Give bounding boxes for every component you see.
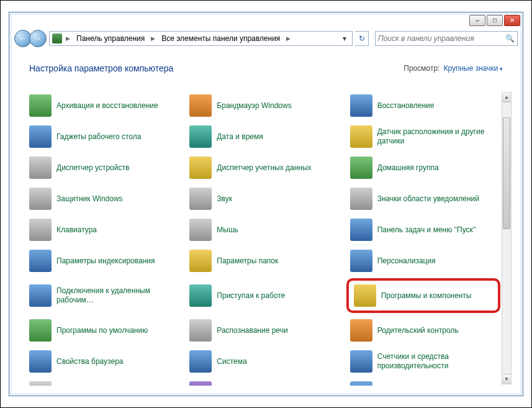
- perf-icon: [350, 350, 372, 373]
- item-label: Брандмауэр Windows: [217, 101, 291, 111]
- control-panel-item-clock[interactable]: Дата и время: [186, 123, 340, 150]
- forward-icon: →: [34, 34, 42, 43]
- chevron-right-icon[interactable]: ▶: [65, 35, 71, 42]
- recovery-icon: [350, 94, 372, 117]
- search-box[interactable]: 🔍: [375, 31, 518, 46]
- item-label: Мышь: [217, 225, 238, 235]
- control-panel-item-homegroup[interactable]: Домашняя группа: [346, 154, 500, 181]
- window: – □ ✕ ← → ▶ Панель управления ▶ Все элем…: [0, 0, 532, 408]
- control-panel-item-getting-started[interactable]: Приступая к работе: [186, 278, 340, 313]
- refresh-button[interactable]: ↻: [355, 31, 369, 46]
- system-icon: [189, 350, 212, 373]
- control-panel-item-remote[interactable]: Подключения к удаленным рабочим…: [25, 278, 179, 313]
- scroll-down-button[interactable]: ▼: [502, 374, 511, 384]
- scroll-up-button[interactable]: ▲: [502, 93, 511, 102]
- item-label: Параметры индексирования: [56, 256, 155, 266]
- item-label: Программы по умолчанию: [56, 326, 148, 335]
- item-label: Значки области уведомлений: [377, 194, 479, 204]
- backup-icon: [29, 94, 52, 117]
- control-panel-item-defaults[interactable]: Программы по умолчанию: [25, 317, 179, 344]
- items-viewport: Архивация и восстановлениеБрандмауэр Win…: [25, 92, 500, 386]
- control-panel-item-phone[interactable]: Телефон и модем: [25, 379, 179, 386]
- firewall-icon: [189, 94, 212, 117]
- search-icon[interactable]: 🔍: [505, 34, 515, 43]
- mouse-icon: [189, 219, 212, 241]
- defender-icon: [29, 188, 52, 210]
- troubleshoot-icon: [350, 381, 372, 386]
- control-panel-item-cred[interactable]: Диспетчер учетных данных: [186, 154, 340, 181]
- maximize-button[interactable]: □: [487, 15, 503, 26]
- parental-icon: [350, 319, 372, 342]
- control-panel-item-troubleshoot[interactable]: Устранение неполадок: [346, 379, 500, 386]
- control-panel-item-recovery[interactable]: Восстановление: [346, 92, 500, 119]
- item-label: Восстановление: [377, 101, 435, 111]
- control-panel-item-parental[interactable]: Родительский контроль: [346, 317, 500, 344]
- item-label: Архивация и восстановление: [56, 101, 158, 111]
- control-panel-item-devmgr[interactable]: Диспетчер устройств: [25, 154, 179, 181]
- programs-icon: [354, 284, 376, 307]
- cred-icon: [189, 156, 212, 179]
- devmgr-icon: [29, 156, 52, 179]
- highlighted-item: Программы и компоненты: [346, 278, 500, 313]
- back-icon: ←: [19, 34, 27, 43]
- speech-icon: [189, 319, 212, 342]
- control-panel-item-sound[interactable]: Звук: [186, 185, 340, 212]
- control-panel-item-firewall[interactable]: Брандмауэр Windows: [186, 92, 340, 119]
- refresh-icon: ↻: [359, 34, 365, 43]
- item-label: Гаджеты рабочего стола: [56, 132, 141, 142]
- minimize-button[interactable]: –: [469, 15, 485, 26]
- keyboard-icon: [29, 219, 52, 241]
- item-label: Датчик расположения и другие датчики: [377, 127, 497, 146]
- toolbar: ← → ▶ Панель управления ▶ Все элементы п…: [14, 29, 518, 48]
- address-bar[interactable]: ▶ Панель управления ▶ Все элементы панел…: [49, 31, 353, 46]
- chevron-right-icon[interactable]: ▶: [150, 35, 156, 42]
- item-label: Программы и компоненты: [381, 291, 472, 301]
- index-icon: [29, 250, 52, 272]
- close-button[interactable]: ✕: [504, 15, 520, 26]
- control-panel-item-personalize[interactable]: Персонализация: [346, 247, 500, 274]
- item-label: Панель задач и меню ''Пуск'': [377, 225, 476, 235]
- control-panel-item-tray[interactable]: Значки области уведомлений: [346, 185, 500, 212]
- item-label: Диспетчер устройств: [56, 163, 129, 173]
- control-panel-item-keyboard[interactable]: Клавиатура: [25, 216, 179, 243]
- item-label: Подключения к удаленным рабочим…: [56, 286, 176, 305]
- item-label: Система: [217, 357, 246, 366]
- window-frame: – □ ✕ ← → ▶ Панель управления ▶ Все элем…: [9, 12, 523, 396]
- search-input[interactable]: [378, 34, 505, 43]
- chevron-right-icon[interactable]: ▶: [285, 35, 292, 42]
- control-panel-item-gadgets[interactable]: Гаджеты рабочего стола: [25, 123, 179, 150]
- breadcrumb-current[interactable]: Все элементы панели управления: [159, 33, 282, 44]
- control-panel-item-programs[interactable]: Программы и компоненты: [351, 282, 495, 309]
- sensor-icon: [350, 125, 372, 148]
- control-panel-item-speech[interactable]: Распознавание речи: [186, 317, 340, 344]
- control-panel-item-index[interactable]: Параметры индексирования: [25, 247, 179, 274]
- control-panel-item-color[interactable]: Управление цветом: [186, 379, 340, 386]
- control-panel-item-backup[interactable]: Архивация и восстановление: [25, 92, 179, 119]
- titlebar-buttons: – □ ✕: [469, 15, 520, 26]
- control-panel-item-browser[interactable]: Свойства браузера: [25, 348, 179, 375]
- control-panel-item-system[interactable]: Система: [186, 348, 340, 375]
- item-label: Звук: [217, 194, 232, 204]
- items-grid: Архивация и восстановлениеБрандмауэр Win…: [25, 92, 500, 386]
- breadcrumb-root[interactable]: Панель управления: [74, 33, 147, 44]
- vertical-scrollbar[interactable]: ▲ ▼: [502, 92, 512, 384]
- personalize-icon: [350, 250, 372, 272]
- remote-icon: [29, 284, 52, 307]
- control-panel-item-mouse[interactable]: Мышь: [186, 216, 340, 243]
- homegroup-icon: [350, 156, 372, 179]
- control-panel-item-defender[interactable]: Защитник Windows: [25, 185, 179, 212]
- forward-button[interactable]: →: [29, 30, 47, 47]
- item-label: Защитник Windows: [56, 194, 123, 204]
- control-panel-icon: [52, 34, 62, 43]
- item-label: Диспетчер учетных данных: [217, 163, 311, 173]
- control-panel-item-perf[interactable]: Счетчики и средства производительности: [346, 348, 500, 375]
- address-dropdown[interactable]: ▾: [340, 34, 349, 43]
- control-panel-item-taskbar[interactable]: Панель задач и меню ''Пуск'': [346, 216, 500, 243]
- control-panel-item-folders[interactable]: Параметры папок: [186, 247, 340, 274]
- view-selector[interactable]: Крупные значки: [443, 64, 503, 73]
- control-panel-item-sensor[interactable]: Датчик расположения и другие датчики: [346, 123, 500, 150]
- item-label: Домашняя группа: [377, 163, 439, 173]
- getting-started-icon: [189, 284, 212, 307]
- content-area: Настройка параметров компьютера Просмотр…: [14, 52, 518, 391]
- scroll-thumb[interactable]: [503, 117, 510, 229]
